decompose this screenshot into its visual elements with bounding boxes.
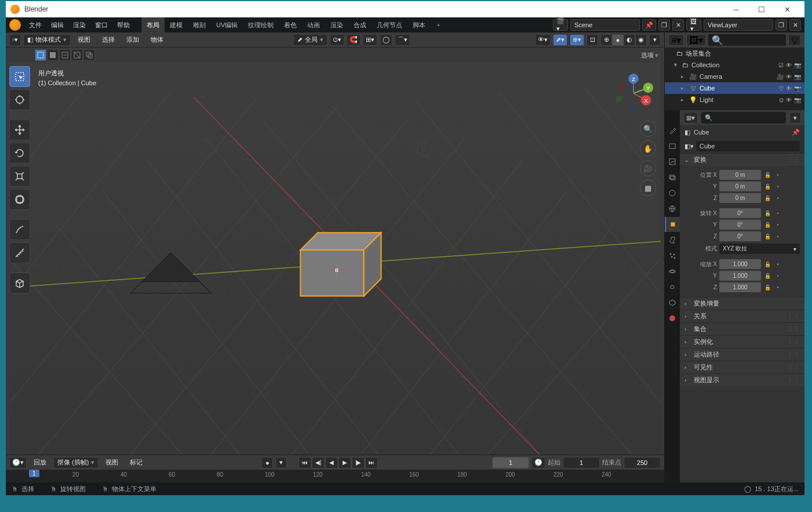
tool-select-box[interactable]: [9, 66, 30, 87]
scene-browse-button[interactable]: 🎬▾: [553, 19, 568, 31]
timeline-playback[interactable]: 回放: [29, 458, 51, 467]
gizmo-button[interactable]: ⬈▾: [553, 34, 567, 46]
play-forward[interactable]: ▶: [338, 457, 351, 469]
pin-icon[interactable]: 📌: [792, 129, 800, 136]
end-frame[interactable]: 250: [624, 457, 661, 469]
autokey-options[interactable]: ▾: [275, 457, 287, 469]
xray-toggle[interactable]: ⊡: [587, 34, 598, 46]
close-button[interactable]: ✕: [774, 1, 800, 17]
outliner-filter[interactable]: ▽: [788, 34, 801, 46]
editor-type-button[interactable]: ▾: [9, 34, 21, 46]
tool-cursor[interactable]: [9, 89, 30, 110]
maximize-button[interactable]: ☐: [749, 1, 774, 17]
tool-annotate[interactable]: [9, 219, 30, 240]
tab-tool[interactable]: [665, 123, 680, 138]
tab-particles[interactable]: [665, 248, 680, 263]
tool-scale[interactable]: [9, 166, 30, 187]
shading-rendered[interactable]: ◉: [635, 34, 647, 46]
rot-x[interactable]: 0°: [719, 208, 761, 218]
tool-move[interactable]: [9, 119, 30, 140]
panel-relations[interactable]: ›关系⋮⋮: [680, 310, 804, 322]
snap-type[interactable]: ⊞▾: [363, 34, 377, 46]
workspace-texpaint[interactable]: 纹理绘制: [243, 17, 279, 32]
rotation-mode[interactable]: XYZ 欧拉▾: [719, 244, 800, 254]
outliner-item-light[interactable]: ▸💡Light ⊙👁📷: [665, 94, 804, 106]
keyframe-prev[interactable]: ◀|: [312, 457, 325, 469]
timeline-view[interactable]: 视图: [101, 458, 123, 467]
menu-render[interactable]: 渲染: [68, 17, 90, 32]
blender-icon[interactable]: [9, 19, 21, 31]
tab-physics[interactable]: [665, 264, 680, 279]
viewlayer-new-button[interactable]: ❐: [775, 19, 787, 31]
add-workspace-button[interactable]: +: [431, 21, 446, 28]
workspace-sculpt[interactable]: 雕刻: [188, 17, 211, 32]
scale-x[interactable]: 1.000: [719, 259, 761, 269]
lock-icon[interactable]: 🔓: [763, 172, 771, 178]
shading-solid[interactable]: ●: [612, 34, 624, 46]
frame-options[interactable]: 🕐: [531, 457, 545, 469]
outliner-type[interactable]: ≡▾: [668, 34, 684, 46]
tab-scene[interactable]: [665, 186, 680, 201]
panel-viewport-display[interactable]: ›视图显示⋮⋮: [680, 373, 804, 386]
workspace-compositing[interactable]: 合成: [348, 17, 372, 32]
props-type[interactable]: ⊞▾: [683, 112, 698, 124]
snap-toggle[interactable]: 🧲: [347, 34, 361, 46]
nav-gizmo[interactable]: X Y Z: [611, 71, 656, 116]
current-frame[interactable]: 1: [492, 457, 529, 469]
viewlayer-browse-button[interactable]: 🖼▾: [686, 19, 701, 31]
workspace-uv[interactable]: UV编辑: [211, 17, 243, 32]
select-mode-invert[interactable]: [71, 49, 83, 61]
panel-visibility[interactable]: ›可见性⋮⋮: [680, 361, 804, 373]
scale-y[interactable]: 1.000: [719, 271, 761, 281]
rot-y[interactable]: 0°: [719, 220, 761, 230]
outliner-item-cube[interactable]: ▸▽Cube ▽👁📷: [665, 82, 804, 94]
zoom-button[interactable]: 🔍: [640, 121, 656, 137]
data-name-field[interactable]: Cube: [696, 141, 800, 151]
proportional-type[interactable]: ⌒▾: [395, 34, 410, 46]
tool-measure[interactable]: [9, 242, 30, 263]
shading-matprev[interactable]: ◐: [624, 34, 635, 46]
outliner-search[interactable]: 🔍: [708, 34, 786, 46]
outliner-scene-collection[interactable]: 🗀场景集合: [665, 48, 804, 59]
start-frame[interactable]: 1: [563, 457, 600, 469]
pivot-button[interactable]: ⊙▾: [330, 34, 344, 46]
workspace-rendering[interactable]: 渲染: [325, 17, 348, 32]
timeline-ruler[interactable]: 1 20 40 60 80 100 120 140 160 180 200 22…: [6, 470, 664, 482]
props-search[interactable]: 🔍: [701, 112, 786, 124]
outliner-collection[interactable]: ▼🗀Collection ☑👁📷: [665, 59, 804, 71]
workspace-modeling[interactable]: 建模: [165, 17, 188, 32]
tool-add-cube[interactable]: [9, 273, 30, 293]
perspective-button[interactable]: ▦: [640, 180, 656, 196]
menu-edit[interactable]: 编辑: [46, 17, 68, 32]
workspace-scripting[interactable]: 脚本: [407, 17, 431, 32]
tab-world[interactable]: [665, 201, 680, 216]
overlay-button[interactable]: ⊕▾: [570, 34, 584, 46]
scene-del-button[interactable]: ✕: [672, 19, 684, 31]
select-mode-subtract[interactable]: [59, 49, 71, 61]
tab-output[interactable]: [665, 154, 680, 169]
tab-viewlayer[interactable]: [665, 170, 680, 185]
scene-new-button[interactable]: ❐: [658, 19, 670, 31]
tool-rotate[interactable]: [9, 143, 30, 164]
minimize-button[interactable]: ─: [723, 1, 749, 17]
panel-delta[interactable]: ›変换增量: [680, 297, 804, 310]
select-mode-extend[interactable]: [47, 49, 59, 61]
select-menu[interactable]: 选择: [97, 35, 119, 44]
tab-material[interactable]: [665, 311, 680, 326]
viewlayer-del-button[interactable]: ✕: [789, 19, 801, 31]
workspace-shading[interactable]: 着色: [279, 17, 302, 32]
tab-render[interactable]: [665, 139, 680, 154]
scene-field[interactable]: Scene: [570, 19, 640, 31]
scale-z[interactable]: 1.000: [719, 282, 761, 292]
play-reverse[interactable]: ◀: [325, 457, 338, 469]
add-menu[interactable]: 添加: [122, 35, 144, 44]
tool-transform[interactable]: [9, 189, 30, 210]
panel-motion[interactable]: ›运动路径⋮⋮: [680, 348, 804, 361]
props-options[interactable]: ▾: [789, 112, 801, 124]
viewport-3d[interactable]: 用户透视 (1) Collection | Cube X Y Z 🔍 ✋ 🎥 ▦: [6, 63, 664, 455]
options-popover[interactable]: 选项▾: [641, 51, 664, 60]
tab-modifiers[interactable]: [665, 233, 680, 248]
orientation-select[interactable]: ⬈全局▾: [293, 34, 327, 46]
tab-object[interactable]: [665, 217, 680, 232]
select-mode-intersect[interactable]: [83, 49, 95, 61]
